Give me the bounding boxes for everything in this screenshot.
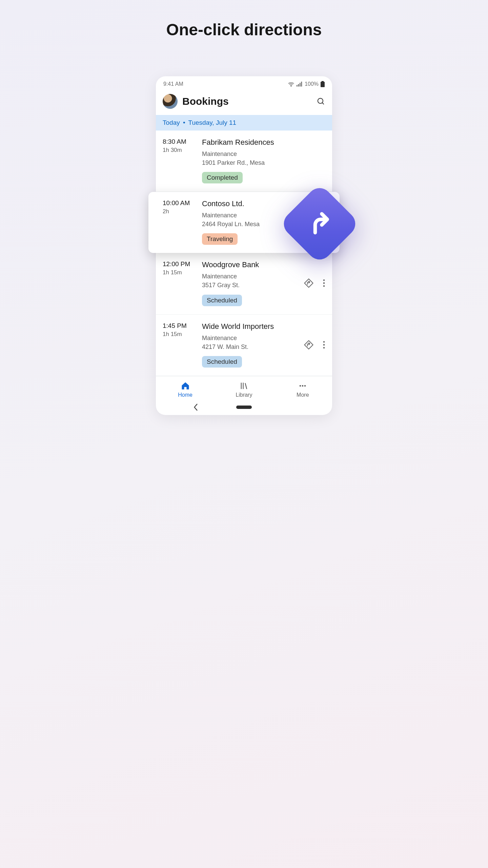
booking-start-time: 10:00 AM [163,199,195,207]
svg-point-0 [291,86,291,86]
svg-line-8 [322,103,324,104]
booking-duration: 1h 15m [163,269,195,276]
svg-rect-1 [297,85,298,87]
booking-address: 3517 Gray St. [202,281,297,290]
system-nav-bar [156,401,332,415]
avatar[interactable] [163,94,178,109]
booking-time: 1:45 PM 1h 15m [163,322,195,368]
booking-time: 10:00 AM 2h [163,199,195,245]
page-headline: One-click directions [166,20,322,39]
booking-title: Fabrikam Residences [202,138,325,147]
booking-details: Woodgrove Bank Maintenance 3517 Gray St.… [202,260,297,306]
booking-duration: 1h 30m [163,147,195,154]
svg-rect-6 [321,82,325,87]
booking-row[interactable]: 12:00 PM 1h 15m Woodgrove Bank Maintenan… [156,253,332,314]
battery-text: 100% [305,81,319,87]
nav-home[interactable]: Home [165,381,206,398]
kebab-icon[interactable] [323,340,325,349]
directions-icon[interactable] [304,340,314,350]
wifi-icon [288,81,294,87]
booking-details: Fabrikam Residences Maintenance 1901 Par… [202,138,325,183]
booking-time: 12:00 PM 1h 15m [163,260,195,306]
date-banner: Today • Tuesday, July 11 [156,115,332,131]
status-bar: 9:41 AM 100% [156,76,332,89]
booking-title: Wide World Importers [202,322,297,331]
app-header: Bookings [156,89,332,115]
search-icon[interactable] [317,97,325,106]
booking-address: 4217 W. Main St. [202,342,297,351]
status-time: 9:41 AM [163,81,183,87]
separator-dot: • [183,119,185,126]
booking-actions [304,340,325,350]
booking-address: 2464 Royal Ln. Mesa [202,220,297,229]
svg-point-13 [323,282,325,284]
svg-point-21 [300,385,301,387]
booking-details: Contoso Ltd. Maintenance 2464 Royal Ln. … [202,199,297,245]
home-indicator[interactable] [236,406,252,409]
home-icon [181,381,190,391]
booking-service: Maintenance [202,334,297,342]
nav-more-label: More [297,392,309,398]
date-text: Tuesday, July 11 [188,119,237,126]
booking-service: Maintenance [202,211,297,220]
booking-start-time: 1:45 PM [163,322,195,330]
booking-title: Woodgrove Bank [202,260,297,269]
status-badge: Completed [202,172,243,183]
kebab-icon[interactable] [323,279,325,288]
booking-time: 8:30 AM 1h 30m [163,138,195,183]
svg-point-15 [323,341,325,343]
booking-duration: 2h [163,208,195,215]
svg-point-7 [318,98,323,103]
library-icon [239,381,249,391]
svg-point-12 [323,279,325,281]
status-badge: Traveling [202,233,238,245]
date-prefix: Today [163,119,180,126]
booking-title: Contoso Ltd. [202,199,297,208]
svg-rect-5 [322,81,324,82]
booking-service: Maintenance [202,150,325,158]
booking-details: Wide World Importers Maintenance 4217 W.… [202,322,297,368]
svg-rect-4 [301,82,302,86]
nav-home-label: Home [178,392,192,398]
booking-list: 8:30 AM 1h 30m Fabrikam Residences Maint… [156,131,332,376]
status-badge: Scheduled [202,356,242,368]
more-icon [298,381,307,391]
svg-rect-2 [298,84,299,86]
booking-duration: 1h 15m [163,331,195,338]
page-title: Bookings [182,96,312,107]
booking-row[interactable]: 1:45 PM 1h 15m Wide World Importers Main… [156,315,332,376]
booking-actions [304,278,325,288]
booking-service: Maintenance [202,272,297,281]
status-badge: Scheduled [202,295,242,306]
nav-library[interactable]: Library [224,381,264,398]
booking-start-time: 12:00 PM [163,260,195,268]
nav-library-label: Library [236,392,252,398]
svg-point-14 [323,285,325,287]
directions-badge[interactable] [291,195,348,253]
nav-more[interactable]: More [282,381,323,398]
svg-rect-3 [300,83,301,86]
battery-icon [321,81,325,87]
booking-address: 1901 Parker Rd., Mesa [202,158,325,167]
bottom-nav: Home Library More [156,376,332,401]
svg-point-17 [323,347,325,349]
turn-arrow-icon [306,211,333,237]
back-icon[interactable] [193,403,199,411]
phone-frame: 9:41 AM 100% Bookings Today • Tuesday, J… [156,76,332,415]
booking-start-time: 8:30 AM [163,138,195,145]
booking-row[interactable]: 8:30 AM 1h 30m Fabrikam Residences Maint… [156,131,332,192]
svg-line-20 [245,383,247,389]
svg-point-16 [323,344,325,346]
signal-icon [297,81,303,87]
svg-point-22 [302,385,304,387]
directions-icon[interactable] [304,278,314,288]
svg-point-23 [304,385,306,387]
